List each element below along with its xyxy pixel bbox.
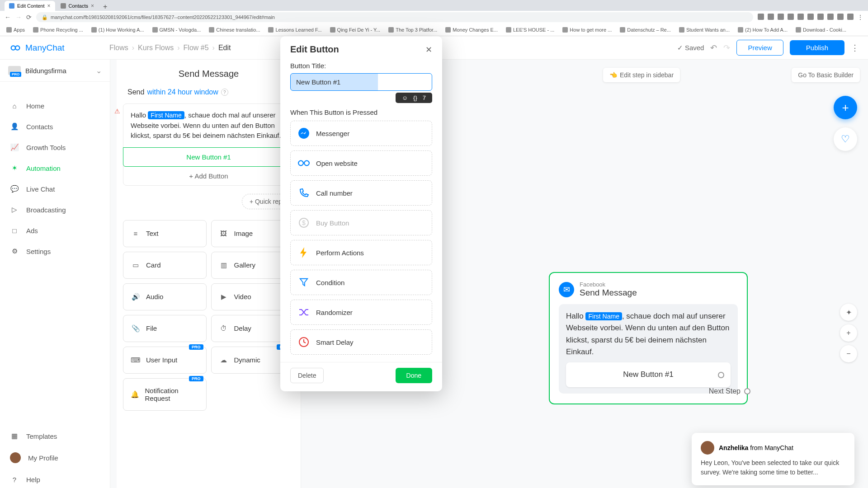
ext-icon[interactable] bbox=[778, 14, 784, 20]
ext-icon[interactable] bbox=[807, 14, 814, 20]
button-title-input[interactable] bbox=[290, 73, 432, 91]
bookmark-item[interactable]: Download - Cooki... bbox=[796, 27, 846, 33]
bookmark-item[interactable]: Chinese translatio... bbox=[209, 27, 260, 33]
delete-button[interactable]: Delete bbox=[290, 368, 324, 383]
done-button[interactable]: Done bbox=[396, 368, 432, 383]
back-icon[interactable]: ← bbox=[5, 14, 11, 21]
add-button-row[interactable]: + Add Button bbox=[123, 166, 294, 185]
close-icon[interactable]: × bbox=[47, 3, 51, 9]
nav-contacts[interactable]: 👤Contacts bbox=[0, 116, 110, 137]
action-call-number[interactable]: Call number bbox=[290, 180, 432, 206]
help-icon[interactable]: ? bbox=[221, 89, 228, 96]
block-user-input[interactable]: PRO⌨User Input bbox=[123, 347, 207, 374]
nav-templates[interactable]: ▦Templates bbox=[0, 426, 110, 446]
add-step-fab[interactable]: + bbox=[834, 96, 857, 119]
bookmark-item[interactable]: Phone Recycling ... bbox=[33, 27, 83, 33]
menu-icon[interactable]: ⋮ bbox=[857, 14, 863, 21]
undo-icon[interactable]: ↶ bbox=[710, 43, 717, 53]
ext-icon[interactable] bbox=[788, 14, 794, 20]
clock-icon bbox=[298, 336, 310, 348]
ext-icon[interactable] bbox=[758, 14, 764, 20]
braces-icon[interactable]: {} bbox=[410, 94, 420, 101]
connector-dot-icon[interactable] bbox=[744, 388, 750, 394]
browser-tab-active[interactable]: Edit Content × bbox=[5, 1, 55, 11]
bookmark-item[interactable]: Student Wants an... bbox=[679, 27, 730, 33]
nav-settings[interactable]: ⚙Settings bbox=[0, 241, 110, 262]
modal-footer: Delete Done bbox=[280, 362, 442, 391]
zoom-in-button[interactable]: + bbox=[840, 324, 857, 342]
publish-button[interactable]: Publish bbox=[790, 40, 844, 55]
breadcrumb-item[interactable]: Flow #5 bbox=[184, 44, 209, 52]
node-button-preview[interactable]: New Button #1 bbox=[566, 362, 731, 387]
nav-home[interactable]: ⌂Home bbox=[0, 95, 110, 116]
bookmark-item[interactable]: How to get more ... bbox=[562, 27, 612, 33]
block-audio[interactable]: 🔊Audio bbox=[123, 283, 207, 310]
nav-profile[interactable]: My Profile bbox=[0, 446, 110, 469]
edit-step-sidebar-button[interactable]: 👈 Edit step in sidebar bbox=[603, 68, 680, 82]
action-randomizer[interactable]: Randomizer bbox=[290, 300, 432, 325]
send-window-link[interactable]: within 24 hour window bbox=[147, 88, 218, 96]
new-tab-button[interactable]: + bbox=[99, 3, 111, 11]
ext-icon[interactable] bbox=[847, 14, 854, 20]
workspace-selector[interactable]: PRO Bildungsfirma ⌄ bbox=[0, 60, 110, 82]
bookmark-item[interactable]: The Top 3 Platfor... bbox=[388, 27, 437, 33]
bookmark-item[interactable]: Money Changes E... bbox=[445, 27, 498, 33]
block-file[interactable]: 📎File bbox=[123, 315, 207, 342]
action-smart-delay[interactable]: Smart Delay bbox=[290, 329, 432, 355]
flow-canvas[interactable]: Send Message Send within 24 hour window … bbox=[110, 60, 868, 488]
logo-area[interactable]: ManyChat bbox=[9, 42, 109, 54]
emoji-icon[interactable]: ☺ bbox=[399, 94, 410, 101]
nav-automation[interactable]: ✶Automation bbox=[0, 158, 110, 178]
flow-node-send-message[interactable]: ✉ Facebook Send Message Hallo First Name… bbox=[549, 272, 748, 404]
ext-icon[interactable] bbox=[817, 14, 824, 20]
nav-ads[interactable]: □Ads bbox=[0, 220, 110, 241]
action-messenger[interactable]: Messenger bbox=[290, 121, 432, 146]
ext-icon[interactable] bbox=[827, 14, 834, 20]
block-card[interactable]: ▭Card bbox=[123, 252, 207, 279]
close-icon[interactable]: ✕ bbox=[425, 45, 432, 55]
forward-icon[interactable]: → bbox=[15, 14, 22, 21]
close-icon[interactable]: × bbox=[91, 3, 94, 9]
more-menu-icon[interactable]: ⋮ bbox=[851, 43, 859, 53]
bookmark-item[interactable]: LEE'S HOUSE - ... bbox=[506, 27, 554, 33]
breadcrumb-item[interactable]: Kurs Flows bbox=[138, 44, 174, 52]
nav-help[interactable]: ?Help bbox=[0, 469, 110, 488]
block-notification-request[interactable]: PRO🔔Notification Request bbox=[123, 378, 207, 411]
message-text[interactable]: Hallo First Name, schaue doch mal auf un… bbox=[123, 104, 294, 147]
file-icon: 📎 bbox=[131, 324, 141, 333]
nav-live-chat[interactable]: 💬Live Chat bbox=[0, 178, 110, 199]
favorites-fab[interactable]: ♡ bbox=[834, 127, 857, 151]
bookmark-item[interactable]: Datenschutz – Re... bbox=[620, 27, 671, 33]
ext-icon[interactable] bbox=[768, 14, 774, 20]
apps-icon bbox=[6, 27, 12, 33]
message-block[interactable]: ⚠ Hallo First Name, schaue doch mal auf … bbox=[123, 103, 294, 186]
action-open-website[interactable]: Open website bbox=[290, 150, 432, 176]
support-chat-notification[interactable]: Anzhelika from ManyChat Hey Leon, You've… bbox=[692, 433, 854, 485]
bookmark-item[interactable]: GMSN - Vologda... bbox=[152, 27, 201, 33]
svg-point-0 bbox=[11, 46, 15, 50]
browser-tab[interactable]: Contacts × bbox=[56, 1, 99, 11]
bookmark-item[interactable]: Lessons Learned F... bbox=[268, 27, 321, 33]
next-step-connector[interactable]: Next Step bbox=[709, 387, 750, 395]
ext-icon[interactable] bbox=[837, 14, 844, 20]
breadcrumb-item[interactable]: Flows bbox=[109, 44, 128, 52]
bookmark-item[interactable]: Qing Fei De Yi - Y... bbox=[330, 27, 381, 33]
variable-tag[interactable]: First Name bbox=[148, 111, 184, 119]
nav-growth-tools[interactable]: 📈Growth Tools bbox=[0, 137, 110, 158]
connector-dot-icon[interactable] bbox=[718, 372, 724, 378]
action-condition[interactable]: Condition bbox=[290, 270, 432, 295]
ext-icon[interactable] bbox=[797, 14, 804, 20]
action-perform-actions[interactable]: Perform Actions bbox=[290, 240, 432, 265]
preview-button[interactable]: Preview bbox=[736, 40, 783, 56]
address-bar[interactable]: 🔒 manychat.com/fb198150208192061/cms/fil… bbox=[36, 12, 753, 22]
reload-icon[interactable]: ⟳ bbox=[26, 14, 32, 21]
bookmark-item[interactable]: (1) How Working A... bbox=[91, 27, 144, 33]
magic-tidy-button[interactable]: ✦ bbox=[840, 304, 857, 321]
bookmark-item[interactable]: (2) How To Add A... bbox=[738, 27, 788, 33]
nav-broadcasting[interactable]: ▷Broadcasting bbox=[0, 199, 110, 220]
zoom-out-button[interactable]: − bbox=[840, 345, 857, 362]
go-basic-builder-button[interactable]: Go To Basic Builder bbox=[792, 68, 860, 82]
message-button[interactable]: New Button #1 bbox=[123, 147, 294, 167]
block-text[interactable]: ≡Text bbox=[123, 220, 207, 247]
bookmark-item[interactable]: Apps bbox=[6, 27, 25, 33]
